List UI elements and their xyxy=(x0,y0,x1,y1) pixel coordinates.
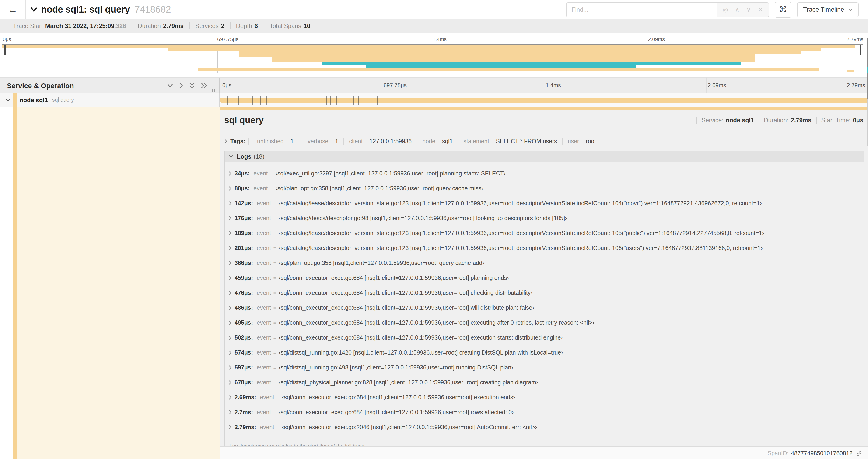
view-type-dropdown[interactable]: Trace Timeline xyxy=(797,2,859,17)
chevron-right-icon xyxy=(228,245,231,250)
log-row[interactable]: 2.69ms: event = ‹sql/conn_executor_exec.… xyxy=(228,393,861,402)
axis-tick: 697.75μs xyxy=(383,82,407,89)
summary-item: Depth6 xyxy=(230,22,264,29)
chevron-down-icon xyxy=(30,7,37,12)
minimap-span-bar xyxy=(239,54,754,57)
keyboard-shortcuts-button[interactable]: ⌘ xyxy=(775,2,792,18)
log-field-value: ‹sql/conn_executor_exec.go:684 [nsql1,cl… xyxy=(279,274,509,281)
log-row[interactable]: 34μs: event = ‹sql/exec_util.go:2297 [ns… xyxy=(228,169,861,178)
log-timestamp: 574μs: xyxy=(235,349,253,356)
log-field-key: event xyxy=(253,170,268,176)
view-type-label: Trace Timeline xyxy=(803,6,844,13)
axis-tick: 2.79ms xyxy=(847,82,865,89)
log-tick xyxy=(227,95,228,105)
overview-stat: Start Time:0μs xyxy=(816,117,864,123)
logs-list: 34μs: event = ‹sql/exec_util.go:2297 [ns… xyxy=(225,162,864,441)
log-row[interactable]: 459μs: event = ‹sql/conn_executor_exec.g… xyxy=(228,273,861,283)
collapse-controls xyxy=(167,82,207,88)
expand-one-icon[interactable] xyxy=(179,82,183,88)
log-row[interactable]: 201μs: event = ‹sql/catalog/lease/descri… xyxy=(228,243,861,253)
collapse-all-icon[interactable] xyxy=(189,82,195,88)
logs-title: Logs xyxy=(237,153,251,160)
back-button[interactable]: ← xyxy=(0,0,26,19)
overview-stat: Service:node sql1 xyxy=(696,117,758,123)
next-match-icon[interactable]: ∨ xyxy=(746,6,751,12)
chevron-right-icon xyxy=(228,395,231,399)
log-row[interactable]: 176μs: event = ‹sql/catalog/descs/descri… xyxy=(228,214,861,223)
find-input[interactable] xyxy=(566,3,717,17)
chevron-right-icon xyxy=(228,201,231,205)
clear-search-icon[interactable]: ✕ xyxy=(758,6,763,12)
log-row[interactable]: 80μs: event = ‹sql/plan_opt.go:358 [nsql… xyxy=(228,184,861,193)
chevron-right-icon xyxy=(228,261,231,265)
link-icon[interactable] xyxy=(856,450,862,456)
trace-id: 7418682 xyxy=(135,4,171,15)
logs-count: (18) xyxy=(254,153,265,160)
log-field-key: event xyxy=(257,409,271,415)
detail-left-column xyxy=(17,107,220,459)
chevron-right-icon xyxy=(224,139,227,143)
log-tick xyxy=(333,95,333,105)
log-timestamp: 486μs: xyxy=(235,304,253,311)
log-row[interactable]: 2.7ms: event = ‹sql/conn_executor_exec.g… xyxy=(228,407,861,417)
prev-match-icon[interactable]: ∧ xyxy=(735,6,739,12)
log-timestamp: 189μs: xyxy=(235,230,253,236)
chevron-right-icon xyxy=(228,320,231,325)
log-field-key: event xyxy=(257,215,271,221)
chevron-down-icon xyxy=(228,155,233,158)
range-scrubber-right[interactable] xyxy=(859,45,862,55)
log-tick xyxy=(260,95,261,105)
log-field-value: ‹sql/distsql_physical_planner.go:828 [ns… xyxy=(279,379,538,386)
chevron-right-icon xyxy=(228,290,231,295)
log-row[interactable]: 366μs: event = ‹sql/plan_opt.go:358 [nsq… xyxy=(228,258,861,267)
trace-title-group[interactable]: node sql1: sql query 7418682 xyxy=(30,4,566,15)
locate-icon[interactable]: ◎ xyxy=(723,6,728,12)
logs-header[interactable]: Logs (18) xyxy=(225,151,864,162)
minimap-span-bar xyxy=(168,48,821,51)
log-tick xyxy=(353,95,353,105)
tag-item: client=127.0.0.1:59936 xyxy=(343,138,417,144)
chevron-right-icon xyxy=(228,365,231,370)
tag-item: node=sql1 xyxy=(417,138,458,144)
log-field-key: event xyxy=(257,349,271,356)
log-row[interactable]: 2.79ms: event = ‹sql/conn_executor_exec.… xyxy=(228,422,861,432)
log-row[interactable]: 495μs: event = ‹sql/conn_executor_exec.g… xyxy=(228,318,861,327)
log-field-key: event xyxy=(257,364,271,371)
page-title: node sql1: sql query xyxy=(41,4,130,15)
log-row[interactable]: 476μs: event = ‹sql/conn_executor_exec.g… xyxy=(228,288,861,297)
log-row[interactable]: 142μs: event = ‹sql/catalog/lease/descri… xyxy=(228,198,861,208)
log-field-value: ‹sql/plan_opt.go:358 [nsql1,client=127.0… xyxy=(275,185,483,192)
span-detail-header: sql query Service:node sql1 Duration:2.7… xyxy=(224,115,864,130)
log-row[interactable]: 486μs: event = ‹sql/conn_executor_exec.g… xyxy=(228,303,861,312)
column-resizer-grip[interactable] xyxy=(212,89,214,92)
collapse-one-icon[interactable] xyxy=(167,83,173,88)
tag-item: _verbose=1 xyxy=(299,138,344,144)
log-tick xyxy=(335,95,335,105)
log-field-key: event xyxy=(257,230,271,236)
chevron-right-icon xyxy=(228,335,231,340)
log-row[interactable]: 189μs: event = ‹sql/catalog/lease/descri… xyxy=(228,228,861,238)
span-bar-cell[interactable] xyxy=(220,93,868,107)
range-scrubber-left[interactable] xyxy=(4,45,6,55)
axis-tick: 2.09ms xyxy=(708,82,726,89)
spanid-row: SpanID: 4877749850101760812 xyxy=(220,447,868,459)
chevron-down-icon[interactable] xyxy=(6,98,10,102)
log-timestamp: 2.69ms: xyxy=(235,394,256,400)
tags-accordion[interactable]: Tags: _unfinished=1 _verbose=1 client=12… xyxy=(224,136,864,146)
log-row[interactable]: 574μs: event = ‹sql/distsql_running.go:1… xyxy=(228,348,861,357)
log-tick xyxy=(266,95,267,105)
log-row[interactable]: 502μs: event = ‹sql/conn_executor_exec.g… xyxy=(228,333,861,342)
trace-minimap[interactable] xyxy=(2,44,863,73)
log-field-value: ‹sql/catalog/descs/descriptor.go:98 [nsq… xyxy=(279,215,567,221)
log-timestamp: 80μs: xyxy=(235,185,250,192)
expand-all-icon[interactable] xyxy=(201,82,207,88)
log-tick xyxy=(377,95,377,105)
log-row[interactable]: 678μs: event = ‹sql/distsql_physical_pla… xyxy=(228,378,861,387)
scrollbar-thumb[interactable] xyxy=(866,99,868,146)
span-name-cell[interactable]: node sql1 sql query xyxy=(0,93,220,107)
span-detail-panel: sql query Service:node sql1 Duration:2.7… xyxy=(220,109,868,447)
minimap-span-bar xyxy=(366,65,636,67)
log-row[interactable]: 597μs: event = ‹sql/distsql_running.go:4… xyxy=(228,363,861,372)
log-timestamp: 176μs: xyxy=(235,215,253,221)
span-overview-stats: Service:node sql1 Duration:2.79ms Start … xyxy=(696,117,864,123)
